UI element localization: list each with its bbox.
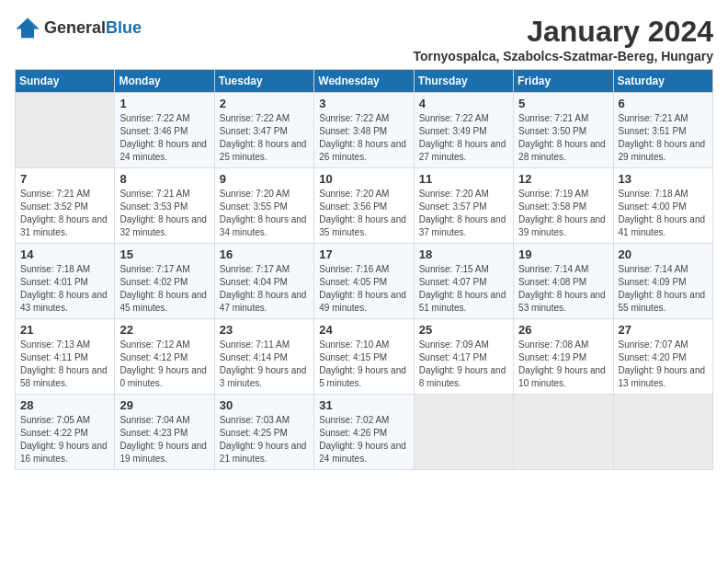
day-info: Sunrise: 7:10 AMSunset: 4:15 PMDaylight:… <box>319 339 408 390</box>
day-number: 20 <box>619 247 708 261</box>
day-info: Sunrise: 7:19 AMSunset: 3:58 PMDaylight:… <box>518 188 608 239</box>
calendar-cell: 16Sunrise: 7:17 AMSunset: 4:04 PMDayligh… <box>214 244 313 319</box>
logo: GeneralBlue <box>15 15 142 40</box>
weekday-header-row: SundayMondayTuesdayWednesdayThursdayFrid… <box>16 70 713 93</box>
day-info: Sunrise: 7:17 AMSunset: 4:02 PMDaylight:… <box>119 263 209 315</box>
calendar-cell: 1Sunrise: 7:22 AMSunset: 3:46 PMDaylight… <box>115 93 214 168</box>
title-area: January 2024 Tornyospalca, Szabolcs-Szat… <box>414 15 714 63</box>
calendar-cell <box>514 395 613 470</box>
day-info: Sunrise: 7:20 AMSunset: 3:57 PMDaylight:… <box>419 188 508 239</box>
day-info: Sunrise: 7:22 AMSunset: 3:47 PMDaylight:… <box>220 112 309 164</box>
calendar-cell: 3Sunrise: 7:22 AMSunset: 3:48 PMDaylight… <box>314 93 414 168</box>
day-number: 2 <box>220 97 309 110</box>
weekday-header-friday: Friday <box>514 70 613 93</box>
calendar-cell: 11Sunrise: 7:20 AMSunset: 3:57 PMDayligh… <box>414 168 513 244</box>
weekday-header-sunday: Sunday <box>16 70 115 93</box>
calendar-cell: 15Sunrise: 7:17 AMSunset: 4:02 PMDayligh… <box>115 244 214 319</box>
logo-icon <box>15 15 40 40</box>
day-number: 30 <box>220 398 309 412</box>
day-info: Sunrise: 7:21 AMSunset: 3:51 PMDaylight:… <box>619 112 708 164</box>
day-info: Sunrise: 7:07 AMSunset: 4:20 PMDaylight:… <box>619 339 708 390</box>
calendar-cell: 22Sunrise: 7:12 AMSunset: 4:12 PMDayligh… <box>115 319 214 395</box>
day-info: Sunrise: 7:11 AMSunset: 4:14 PMDaylight:… <box>220 339 309 390</box>
day-number: 17 <box>319 247 408 261</box>
weekday-header-saturday: Saturday <box>613 70 712 93</box>
day-number: 29 <box>119 398 209 412</box>
calendar-week-row: 7Sunrise: 7:21 AMSunset: 3:52 PMDaylight… <box>16 168 713 244</box>
calendar-cell: 17Sunrise: 7:16 AMSunset: 4:05 PMDayligh… <box>314 244 414 319</box>
calendar-cell: 7Sunrise: 7:21 AMSunset: 3:52 PMDaylight… <box>16 168 115 244</box>
calendar-week-row: 21Sunrise: 7:13 AMSunset: 4:11 PMDayligh… <box>16 319 713 395</box>
day-number: 11 <box>419 172 508 186</box>
calendar-cell: 6Sunrise: 7:21 AMSunset: 3:51 PMDaylight… <box>613 93 712 168</box>
day-info: Sunrise: 7:02 AMSunset: 4:26 PMDaylight:… <box>319 414 408 465</box>
day-number: 12 <box>518 172 608 186</box>
calendar-cell: 30Sunrise: 7:03 AMSunset: 4:25 PMDayligh… <box>214 395 313 470</box>
weekday-header-tuesday: Tuesday <box>214 70 313 93</box>
calendar-cell: 5Sunrise: 7:21 AMSunset: 3:50 PMDaylight… <box>514 93 613 168</box>
day-number: 3 <box>319 97 408 110</box>
day-number: 23 <box>220 323 309 337</box>
day-info: Sunrise: 7:20 AMSunset: 3:56 PMDaylight:… <box>319 188 408 239</box>
calendar-cell: 8Sunrise: 7:21 AMSunset: 3:53 PMDaylight… <box>115 168 214 244</box>
day-info: Sunrise: 7:15 AMSunset: 4:07 PMDaylight:… <box>419 263 508 315</box>
day-info: Sunrise: 7:22 AMSunset: 3:46 PMDaylight:… <box>119 112 209 164</box>
calendar-cell <box>16 93 115 168</box>
day-number: 9 <box>220 172 309 186</box>
calendar-cell: 10Sunrise: 7:20 AMSunset: 3:56 PMDayligh… <box>314 168 414 244</box>
day-info: Sunrise: 7:04 AMSunset: 4:23 PMDaylight:… <box>119 414 209 465</box>
day-info: Sunrise: 7:22 AMSunset: 3:48 PMDaylight:… <box>319 112 408 164</box>
day-number: 21 <box>20 323 109 337</box>
calendar-cell: 28Sunrise: 7:05 AMSunset: 4:22 PMDayligh… <box>16 395 115 470</box>
day-info: Sunrise: 7:17 AMSunset: 4:04 PMDaylight:… <box>220 263 309 315</box>
day-info: Sunrise: 7:05 AMSunset: 4:22 PMDaylight:… <box>20 414 109 465</box>
day-number: 5 <box>518 97 608 110</box>
logo-text-blue: Blue <box>106 18 142 37</box>
weekday-header-thursday: Thursday <box>414 70 513 93</box>
day-number: 8 <box>119 172 209 186</box>
day-number: 22 <box>119 323 209 337</box>
day-number: 16 <box>220 247 309 261</box>
calendar-cell: 20Sunrise: 7:14 AMSunset: 4:09 PMDayligh… <box>613 244 712 319</box>
weekday-header-wednesday: Wednesday <box>314 70 414 93</box>
calendar-cell <box>414 395 513 470</box>
logo-text-general: General <box>44 18 106 37</box>
calendar-week-row: 28Sunrise: 7:05 AMSunset: 4:22 PMDayligh… <box>16 395 713 470</box>
day-info: Sunrise: 7:13 AMSunset: 4:11 PMDaylight:… <box>20 339 109 390</box>
day-number: 31 <box>319 398 408 412</box>
day-info: Sunrise: 7:21 AMSunset: 3:53 PMDaylight:… <box>119 188 209 239</box>
calendar-cell: 14Sunrise: 7:18 AMSunset: 4:01 PMDayligh… <box>16 244 115 319</box>
calendar-cell: 27Sunrise: 7:07 AMSunset: 4:20 PMDayligh… <box>613 319 712 395</box>
calendar-week-row: 1Sunrise: 7:22 AMSunset: 3:46 PMDaylight… <box>16 93 713 168</box>
day-info: Sunrise: 7:14 AMSunset: 4:08 PMDaylight:… <box>518 263 608 315</box>
calendar-cell: 23Sunrise: 7:11 AMSunset: 4:14 PMDayligh… <box>214 319 313 395</box>
day-number: 24 <box>319 323 408 337</box>
day-number: 28 <box>20 398 109 412</box>
day-number: 4 <box>419 97 508 110</box>
day-number: 1 <box>119 97 209 110</box>
calendar-cell: 26Sunrise: 7:08 AMSunset: 4:19 PMDayligh… <box>514 319 613 395</box>
day-info: Sunrise: 7:09 AMSunset: 4:17 PMDaylight:… <box>419 339 508 390</box>
calendar-cell: 18Sunrise: 7:15 AMSunset: 4:07 PMDayligh… <box>414 244 513 319</box>
calendar-week-row: 14Sunrise: 7:18 AMSunset: 4:01 PMDayligh… <box>16 244 713 319</box>
day-info: Sunrise: 7:18 AMSunset: 4:00 PMDaylight:… <box>619 188 708 239</box>
calendar-cell: 29Sunrise: 7:04 AMSunset: 4:23 PMDayligh… <box>115 395 214 470</box>
calendar-cell: 19Sunrise: 7:14 AMSunset: 4:08 PMDayligh… <box>514 244 613 319</box>
weekday-header-monday: Monday <box>115 70 214 93</box>
day-number: 13 <box>619 172 708 186</box>
calendar-cell: 21Sunrise: 7:13 AMSunset: 4:11 PMDayligh… <box>16 319 115 395</box>
calendar-cell: 12Sunrise: 7:19 AMSunset: 3:58 PMDayligh… <box>514 168 613 244</box>
day-number: 27 <box>619 323 708 337</box>
calendar-cell: 4Sunrise: 7:22 AMSunset: 3:49 PMDaylight… <box>414 93 513 168</box>
header: GeneralBlue January 2024 Tornyospalca, S… <box>15 15 713 63</box>
day-info: Sunrise: 7:21 AMSunset: 3:52 PMDaylight:… <box>20 188 109 239</box>
calendar-cell <box>613 395 712 470</box>
day-number: 6 <box>619 97 708 110</box>
day-number: 25 <box>419 323 508 337</box>
calendar-cell: 2Sunrise: 7:22 AMSunset: 3:47 PMDaylight… <box>214 93 313 168</box>
day-info: Sunrise: 7:20 AMSunset: 3:55 PMDaylight:… <box>220 188 309 239</box>
calendar-cell: 9Sunrise: 7:20 AMSunset: 3:55 PMDaylight… <box>214 168 313 244</box>
location-title: Tornyospalca, Szabolcs-Szatmar-Bereg, Hu… <box>414 49 714 63</box>
day-info: Sunrise: 7:18 AMSunset: 4:01 PMDaylight:… <box>20 263 109 315</box>
day-number: 18 <box>419 247 508 261</box>
